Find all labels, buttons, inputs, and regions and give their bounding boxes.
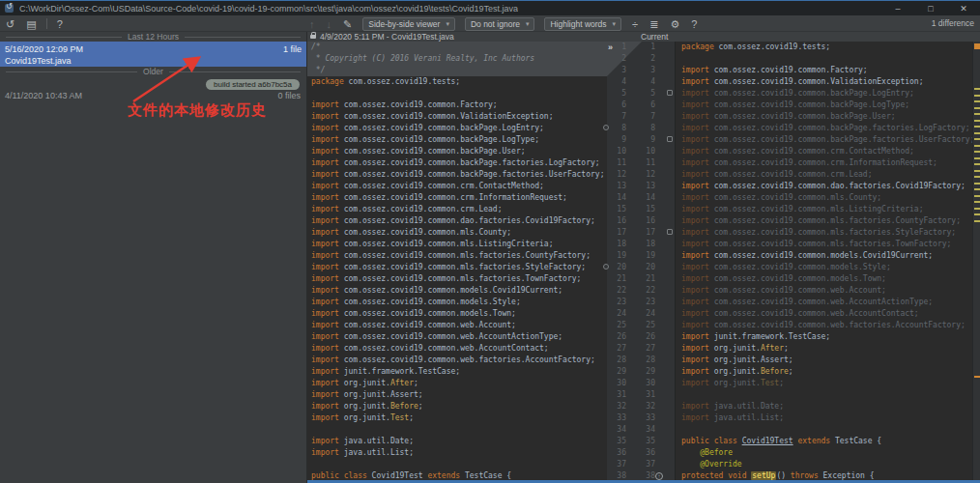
code-line: import com.ossez.covid19.common.web.Acco… (307, 343, 607, 355)
previous-difference-icon[interactable]: ↑ (303, 17, 321, 31)
code-line: import com.ossez.covid19.common.Factory; (307, 99, 607, 111)
highlight-mode-dropdown[interactable]: Highlight words ▾ (544, 17, 621, 31)
overriding-method-icon[interactable]: ↑ (655, 472, 663, 480)
code-line: import com.ossez.covid19.common.web.Acco… (676, 297, 972, 308)
create-patch-icon[interactable]: ▤ (20, 17, 42, 31)
line-number: 24 (609, 308, 626, 320)
fold-marker-icon[interactable] (603, 125, 609, 130)
code-line: @Override (676, 459, 972, 470)
line-number: 20 (609, 262, 626, 273)
history-entry-selected[interactable]: 5/16/2020 12:09 PM 1 file Covid19Test.ja… (0, 42, 306, 67)
code-line (307, 459, 607, 470)
sync-scroll-icon[interactable]: ≣ (644, 17, 664, 31)
fold-marker-icon[interactable] (667, 90, 673, 96)
help-icon[interactable]: ? (51, 17, 69, 31)
line-number: 30 (638, 378, 655, 389)
line-number: 14 (609, 192, 626, 204)
line-number: 34 (609, 424, 626, 436)
stripe-warning-mark[interactable] (974, 100, 980, 102)
left-editor[interactable]: /* * Copyright (C) 2016 Verani Realty, I… (307, 42, 607, 483)
code-line: @Before (676, 447, 972, 459)
local-history-icon (5, 4, 14, 13)
stripe-warning-mark[interactable] (974, 157, 980, 159)
stripe-warning-mark[interactable] (974, 195, 980, 197)
line-number: 7 (609, 111, 626, 123)
line-number: 10 (609, 146, 626, 157)
maximize-button[interactable]: □ (914, 1, 947, 15)
collapse-unchanged-icon[interactable]: ÷ (626, 17, 644, 31)
revert-icon[interactable]: ↺ (0, 17, 20, 31)
code-line: /* (307, 42, 607, 53)
stripe-warning-mark[interactable] (974, 220, 980, 222)
stripe-warning-mark[interactable] (974, 132, 980, 134)
stripe-warning-mark[interactable] (974, 138, 980, 140)
fold-marker-icon[interactable] (667, 136, 673, 142)
fold-marker-icon[interactable] (603, 264, 609, 270)
stripe-warning-mark[interactable] (974, 170, 980, 172)
close-button[interactable]: ✕ (947, 1, 980, 15)
stripe-warning-mark[interactable] (974, 176, 980, 178)
stripe-warning-mark[interactable] (974, 201, 980, 203)
code-line: import com.ossez.covid19.common.models.T… (307, 308, 607, 320)
code-line: import com.ossez.covid19.common.models.T… (676, 273, 972, 285)
code-line: import com.ossez.covid19.common.crm.Lead… (307, 204, 607, 215)
code-line: import com.ossez.covid19.common.Validati… (307, 111, 607, 123)
older-label: Older (143, 67, 163, 76)
code-line: import org.junit.Assert; (676, 355, 972, 366)
chevron-down-icon: ▾ (446, 20, 449, 28)
diff-headers: 4/9/2020 5:11 PM - Covid19Test.java Curr… (307, 32, 980, 42)
line-number: 16 (609, 215, 626, 227)
code-line: import com.ossez.covid19.common.mls.fact… (676, 215, 972, 227)
line-number: 16 (638, 215, 655, 227)
viewer-mode-dropdown[interactable]: Side-by-side viewer ▾ (362, 17, 455, 31)
stripe-warning-mark[interactable] (974, 126, 980, 128)
stripe-warning-mark[interactable] (974, 213, 980, 215)
stripe-warning-mark[interactable] (974, 113, 980, 115)
chevron-down-icon: ▾ (613, 20, 617, 28)
line-number: 37 (638, 459, 655, 470)
code-line: * Copyright (C) 2016 Verani Realty, Inc … (307, 53, 607, 65)
stripe-warning-mark[interactable] (974, 163, 980, 165)
code-region: /* * Copyright (C) 2016 Verani Realty, I… (307, 42, 980, 483)
stripe-warning-mark[interactable] (974, 107, 980, 109)
stripe-warning-mark[interactable] (974, 88, 980, 90)
stripe-warning-mark[interactable] (974, 376, 980, 378)
code-line: import com.ossez.covid19.common.models.S… (307, 297, 607, 308)
entry-file-count: 0 files (277, 91, 301, 101)
line-number: 37 (609, 459, 626, 470)
fold-marker-icon[interactable] (667, 229, 673, 235)
next-difference-icon[interactable]: ↓ (321, 17, 338, 31)
whitespace-policy-dropdown[interactable]: Do not ignore ▾ (465, 17, 535, 31)
code-line (676, 53, 972, 65)
line-number: 2 (609, 53, 626, 65)
lock-icon (310, 35, 316, 39)
line-number: 18 (609, 239, 626, 250)
line-number: 36 (638, 447, 655, 459)
stripe-warning-mark[interactable] (974, 95, 980, 97)
minimize-button[interactable]: – (881, 1, 914, 15)
settings-gear-icon[interactable]: ⚙ (664, 17, 685, 31)
stripe-change-mark[interactable] (974, 43, 980, 49)
stripe-warning-mark[interactable] (974, 188, 980, 190)
right-editor[interactable]: package com.ossez.covid19.tests;import c… (675, 42, 972, 483)
code-line: import com.ossez.covid19.common.backPage… (676, 111, 972, 123)
diff-gutter: » 12345678910111213141516171819202122232… (607, 42, 675, 483)
help-icon[interactable]: ? (685, 17, 703, 31)
edit-icon[interactable]: ✎ (337, 17, 358, 31)
line-number: 30 (609, 378, 626, 389)
code-line: package com.ossez.covid19.tests; (307, 76, 607, 88)
entry-date: 5/16/2020 12:09 PM (5, 43, 83, 55)
line-number: 14 (638, 192, 655, 204)
code-line (676, 389, 972, 401)
stripe-warning-mark[interactable] (974, 145, 980, 147)
code-line: import com.ossez.covid19.common.models.S… (676, 262, 972, 273)
line-number: 1 (638, 42, 655, 53)
stripe-warning-mark[interactable] (974, 183, 980, 185)
group-header-label: Last 12 Hours (128, 32, 179, 42)
error-stripe-scrollbar[interactable] (972, 42, 980, 483)
stripe-warning-mark[interactable] (974, 151, 980, 153)
stripe-warning-mark[interactable] (974, 208, 980, 210)
line-number: 27 (638, 343, 655, 355)
line-number: 20 (638, 262, 655, 273)
stripe-warning-mark[interactable] (974, 120, 980, 122)
